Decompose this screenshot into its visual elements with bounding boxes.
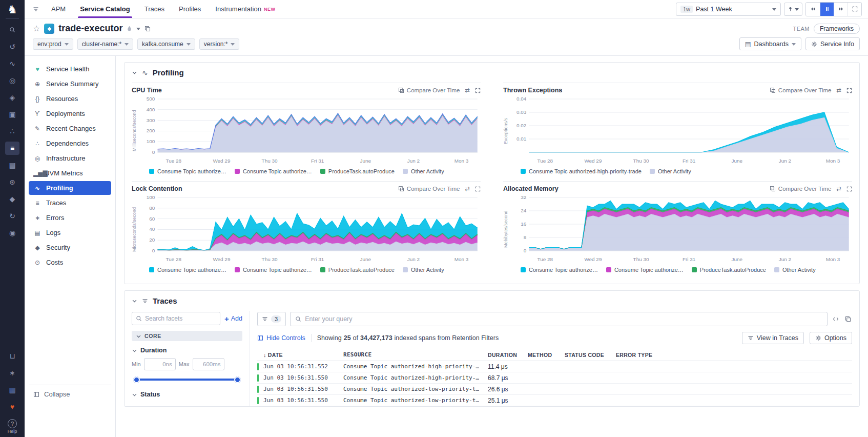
legend-item[interactable]: Consume Topic authorize…: [606, 267, 684, 273]
rail-apps-grid-icon[interactable]: ▦: [5, 383, 19, 396]
sidebar-item-profiling[interactable]: ∿Profiling: [29, 181, 111, 195]
pause-button[interactable]: [820, 3, 834, 16]
legend-item[interactable]: Consume Topic authorize…: [521, 267, 598, 273]
rail-metrics-icon[interactable]: ∿: [5, 57, 19, 70]
rail-monitors-icon[interactable]: ◎: [5, 74, 19, 87]
code-view-icon[interactable]: [832, 315, 840, 323]
sidebar-item-service-health[interactable]: ♥Service Health: [29, 62, 111, 76]
compare-over-time-button[interactable]: Compare Over Time: [398, 87, 460, 93]
facet-search-input[interactable]: [145, 315, 216, 322]
expand-icon[interactable]: [475, 88, 481, 93]
tab-traces[interactable]: Traces: [137, 0, 172, 18]
collapse-sidebar-button[interactable]: Collapse: [29, 385, 111, 401]
dashboards-button[interactable]: ▤ Dashboards: [739, 37, 801, 50]
sidebar-item-jvm-metrics[interactable]: ▂▅▇JVM Metrics: [29, 166, 111, 180]
table-row[interactable]: Jun 03 10:56:31.550Consume Topic authori…: [257, 395, 852, 406]
column-header-error-type[interactable]: ERROR TYPE: [616, 352, 672, 358]
filter-pill-version[interactable]: version:*: [199, 38, 240, 50]
column-header-status-code[interactable]: STATUS CODE: [565, 352, 616, 358]
table-row[interactable]: Jun 03 10:56:31.550Consume Topic authori…: [257, 384, 852, 395]
rail-layers-icon[interactable]: ▣: [5, 108, 19, 121]
help-button[interactable]: ? Help: [8, 419, 17, 434]
tab-profiles[interactable]: Profiles: [172, 0, 208, 18]
legend-item[interactable]: Consume Topic authorize…: [235, 168, 312, 174]
legend-item[interactable]: Other Activity: [774, 267, 816, 273]
slider-handle-max[interactable]: [234, 376, 241, 383]
datadog-logo-icon[interactable]: ♞: [7, 4, 17, 15]
expand-icon[interactable]: [846, 88, 852, 93]
legend-item[interactable]: Consume Topic authorize…: [235, 267, 312, 273]
rail-recents-icon[interactable]: ↺: [5, 40, 19, 53]
filter-pill-cluster-name[interactable]: cluster-name:*: [77, 38, 133, 50]
column-header-method[interactable]: METHOD: [528, 352, 565, 358]
legend-item[interactable]: Other Activity: [403, 168, 444, 174]
sidebar-item-recent-changes[interactable]: ✎Recent Changes: [29, 122, 111, 135]
legend-item[interactable]: ProduceTask.autoProduce: [320, 267, 395, 273]
pin-button[interactable]: [784, 3, 802, 16]
rail-plugins-icon[interactable]: ⊔: [5, 349, 19, 363]
rail-sparkle-icon[interactable]: ∗: [5, 366, 19, 380]
rail-watchdog-icon[interactable]: ◈: [5, 91, 19, 104]
legend-item[interactable]: Consume Topic authorize…: [149, 267, 226, 273]
tab-service-catalog[interactable]: Service Catalog: [73, 0, 137, 18]
status-facet-toggle[interactable]: Status: [132, 391, 242, 398]
rail-search-icon[interactable]: [5, 23, 19, 36]
copy-query-icon[interactable]: [844, 315, 852, 323]
rewind-button[interactable]: [806, 3, 820, 16]
duration-min-input[interactable]: [144, 358, 176, 370]
sidebar-item-dependencies[interactable]: ∴Dependencies: [29, 136, 111, 150]
duration-slider[interactable]: [135, 379, 239, 381]
scale-toggle-icon[interactable]: ⇄: [465, 87, 470, 94]
query-bar[interactable]: [290, 312, 828, 326]
filter-count-button[interactable]: 3: [257, 312, 286, 326]
legend-item[interactable]: Other Activity: [403, 267, 444, 273]
sidebar-item-traces[interactable]: ≡Traces: [29, 196, 111, 210]
facet-search[interactable]: [132, 312, 220, 325]
legend-item[interactable]: Other Activity: [650, 168, 691, 174]
rail-security-icon[interactable]: ◆: [5, 192, 19, 206]
sidebar-item-logs[interactable]: ▤Logs: [29, 226, 111, 240]
duration-facet-toggle[interactable]: Duration: [132, 347, 242, 354]
tab-apm[interactable]: APM: [44, 0, 73, 18]
sidebar-item-resources[interactable]: {}Resources: [29, 92, 111, 106]
slider-handle-min[interactable]: [133, 376, 140, 383]
collapse-section-icon[interactable]: [132, 298, 137, 304]
service-info-button[interactable]: Service Info: [805, 37, 860, 50]
compare-over-time-button[interactable]: Compare Over Time: [770, 87, 832, 93]
column-header-date[interactable]: ↓ DATE: [257, 352, 343, 358]
rail-ci-icon[interactable]: ◉: [5, 226, 19, 240]
scale-toggle-icon[interactable]: ⇄: [465, 185, 470, 192]
table-row[interactable]: Jun 03 10:56:31.550Consume Topic authori…: [257, 372, 852, 384]
sidebar-item-service-summary[interactable]: ⊕Service Summary: [29, 77, 111, 91]
copy-service-icon[interactable]: [144, 26, 151, 32]
rail-integrations-icon[interactable]: ⊛: [5, 175, 19, 189]
legend-item[interactable]: Consume Topic authorized-high-priority-t…: [521, 168, 642, 174]
filter-pill-env-prod[interactable]: env:prod: [33, 38, 73, 50]
rail-dashboards-icon[interactable]: ▤: [5, 158, 19, 172]
column-header-duration[interactable]: DURATION: [488, 352, 528, 358]
sidebar-item-infrastructure[interactable]: ◎Infrastructure: [29, 151, 111, 165]
rail-sync-icon[interactable]: ↻: [5, 209, 19, 223]
rail-watchdog-alert-icon[interactable]: ♥: [5, 400, 19, 413]
compare-over-time-button[interactable]: Compare Over Time: [398, 186, 460, 192]
expand-icon[interactable]: [846, 186, 852, 192]
add-facet-button[interactable]: + Add: [224, 314, 242, 323]
scale-toggle-icon[interactable]: ⇄: [836, 87, 841, 94]
view-in-traces-button[interactable]: View in Traces: [742, 332, 804, 344]
legend-item[interactable]: Consume Topic authorize…: [149, 168, 226, 174]
rail-network-map-icon[interactable]: ∴: [5, 125, 19, 138]
sidebar-item-security[interactable]: ◆Security: [29, 241, 111, 254]
query-input[interactable]: [305, 315, 822, 323]
compare-over-time-button[interactable]: Compare Over Time: [770, 186, 832, 192]
sidebar-item-errors[interactable]: ∗Errors: [29, 211, 111, 225]
apm-nav-icon[interactable]: [31, 6, 41, 12]
fullscreen-button[interactable]: [848, 3, 861, 16]
sidebar-item-deployments[interactable]: ϒDeployments: [29, 107, 111, 121]
favorite-star-icon[interactable]: ☆: [33, 24, 40, 33]
hide-controls-button[interactable]: Hide Controls: [257, 334, 305, 342]
tab-instrumentation[interactable]: InstrumentationNEW: [208, 0, 282, 18]
duration-max-input[interactable]: [193, 358, 224, 370]
scale-toggle-icon[interactable]: ⇄: [836, 185, 841, 192]
collapse-section-icon[interactable]: [132, 70, 137, 75]
sidebar-item-costs[interactable]: ⊙Costs: [29, 255, 111, 269]
